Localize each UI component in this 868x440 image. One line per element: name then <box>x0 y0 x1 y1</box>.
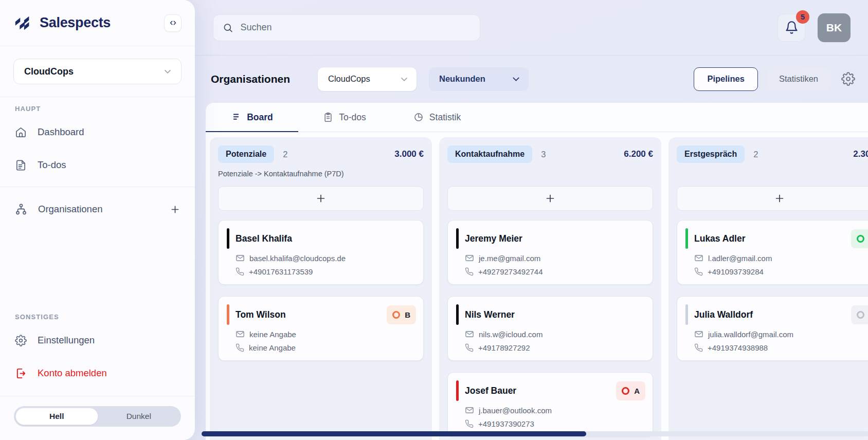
contact-card[interactable]: Tom Wilson B keine Angabe k <box>218 296 424 361</box>
clipboard-icon <box>323 112 333 122</box>
contact-card[interactable]: Basel Khalifa basel.khalifa@cloudcops.de… <box>218 220 424 285</box>
sidebar-item-label: Organisationen <box>38 204 102 215</box>
avatar[interactable]: BK <box>818 13 851 42</box>
section-label-main: HAUPT <box>15 105 195 113</box>
contact-name: Tom Wilson <box>236 309 286 320</box>
contact-name: Basel Khalifa <box>236 233 292 244</box>
tab-label: Statistik <box>429 112 461 123</box>
chevron-down-icon <box>162 66 173 77</box>
add-card-button[interactable] <box>218 186 424 211</box>
tab-todos[interactable]: To-dos <box>298 103 391 132</box>
contact-card[interactable]: Julia Walldorf julia.walldorf@gmail.com <box>677 296 868 361</box>
card-phone: +491937390273 <box>465 419 645 428</box>
column-count: 2 <box>753 150 758 159</box>
brand-name: Salespects <box>40 15 111 31</box>
phone-text: +491093739284 <box>708 267 764 276</box>
notifications-button[interactable]: 5 <box>777 14 805 42</box>
chevron-down-icon <box>511 74 521 84</box>
column-name-badge: Kontaktaufnahme <box>447 145 532 163</box>
contact-card[interactable]: Lukas Adler l.adler@gmail.com <box>677 220 868 285</box>
sidebar-collapse-button[interactable] <box>164 14 182 32</box>
kanban-rows-icon <box>231 112 241 122</box>
horizontal-scrollbar-track[interactable] <box>202 431 868 436</box>
document-icon <box>15 159 27 171</box>
statistics-button[interactable]: Statistiken <box>767 67 830 91</box>
tab-label: Board <box>247 112 273 123</box>
card-email: basel.khalifa@cloudcops.de <box>236 253 416 263</box>
board-panel: Board To-dos Statistik Potenziale 2 3.00… <box>205 102 868 440</box>
tab-statistics[interactable]: Statistik <box>391 103 483 132</box>
email-text: nils.w@icloud.com <box>479 330 542 339</box>
sidebar-item-settings[interactable]: Einstellungen <box>0 327 195 354</box>
contact-card[interactable]: Nils Werner nils.w@icloud.com +491789272… <box>447 296 653 361</box>
add-card-button[interactable] <box>677 186 868 211</box>
column-value: 3.000 € <box>394 149 424 159</box>
sidebar-item-label: To-dos <box>38 159 66 171</box>
email-text: basel.khalifa@cloudcops.de <box>249 254 346 263</box>
logout-icon <box>15 368 27 379</box>
contact-card[interactable]: Josef Bauer A j.bauer@outlook.com <box>447 372 653 437</box>
contact-name: Jeremy Meier <box>465 233 522 244</box>
tab-board[interactable]: Board <box>206 103 298 132</box>
add-organisation-icon[interactable] <box>170 204 180 215</box>
sidebar-item-dashboard[interactable]: Dashboard <box>0 119 195 145</box>
workspace-select[interactable]: CloudCops <box>13 59 182 84</box>
search-bar[interactable] <box>213 14 480 41</box>
sidebar-item-organisations[interactable]: Organisationen <box>0 195 195 224</box>
pipeline-dropdown-value: Neukunden <box>439 74 485 84</box>
page-title: Organisationen <box>211 73 290 85</box>
theme-option-light[interactable]: Hell <box>15 408 98 425</box>
add-card-button[interactable] <box>447 186 653 211</box>
theme-option-dark[interactable]: Dunkel <box>98 408 180 425</box>
mail-icon <box>465 406 474 415</box>
phone-text: +491937390273 <box>478 419 534 428</box>
sidebar-item-label: Einstellungen <box>38 335 95 346</box>
mail-icon <box>236 253 245 263</box>
workspace-select-value: CloudCops <box>24 66 74 77</box>
kanban-board: Potenziale 2 3.000 € Potenziale -> Konta… <box>206 132 868 440</box>
pipeline-dropdown[interactable]: Neukunden <box>429 67 529 91</box>
column-name-badge: Potenziale <box>218 145 274 163</box>
card-accent-bar <box>456 380 459 401</box>
search-input[interactable] <box>240 22 471 33</box>
card-accent-bar <box>456 228 459 249</box>
divider <box>0 396 195 396</box>
card-phone: +4919374938988 <box>694 343 868 352</box>
contact-name: Josef Bauer <box>465 386 516 396</box>
phone-icon <box>236 267 244 276</box>
theme-toggle: Hell Dunkel <box>14 406 181 427</box>
column-value: 2.300 € <box>853 149 868 159</box>
sidebar-item-logout[interactable]: Konto abmelden <box>0 360 195 387</box>
card-accent-bar <box>227 304 229 325</box>
rating-badge: B <box>387 305 416 324</box>
card-email: je.me@gmail.com <box>465 253 645 263</box>
phone-icon <box>694 343 703 352</box>
email-text: julia.walldorf@gmail.com <box>708 330 793 339</box>
workspace-dropdown[interactable]: CloudCops <box>317 67 417 91</box>
phone-text: +49279273492744 <box>478 267 543 276</box>
rating-badge: A <box>616 381 645 400</box>
horizontal-scrollbar-thumb[interactable] <box>202 431 586 436</box>
board-settings-gear-icon[interactable] <box>841 72 855 86</box>
org-chart-icon <box>15 203 27 215</box>
phone-text: +49017631173539 <box>249 267 313 276</box>
tab-label: To-dos <box>339 112 366 123</box>
phone-icon <box>465 267 474 276</box>
contact-card[interactable]: Jeremy Meier je.me@gmail.com +4927927349… <box>447 220 653 285</box>
kanban-column-erstgespraech: Erstgespräch 2 2.300 € Lukas Adler <box>668 137 868 440</box>
sidebar-item-todos[interactable]: To-dos <box>0 152 195 178</box>
search-icon <box>223 22 233 33</box>
kanban-column-kontaktaufnahme: Kontaktaufnahme 3 6.200 € Jeremy Meier <box>439 137 661 440</box>
mail-icon <box>694 329 703 339</box>
card-phone: +49017631173539 <box>236 267 416 276</box>
card-phone: +491093739284 <box>694 267 868 276</box>
status-ring-icon <box>622 387 629 395</box>
rating-letter: A <box>634 387 640 395</box>
card-accent-bar <box>685 228 688 249</box>
pipelines-button[interactable]: Pipelines <box>694 67 757 91</box>
column-subtitle <box>447 170 653 180</box>
plus-icon <box>315 193 327 204</box>
gear-icon <box>15 335 27 346</box>
phone-icon <box>465 343 474 352</box>
card-phone: +49279273492744 <box>465 267 645 276</box>
